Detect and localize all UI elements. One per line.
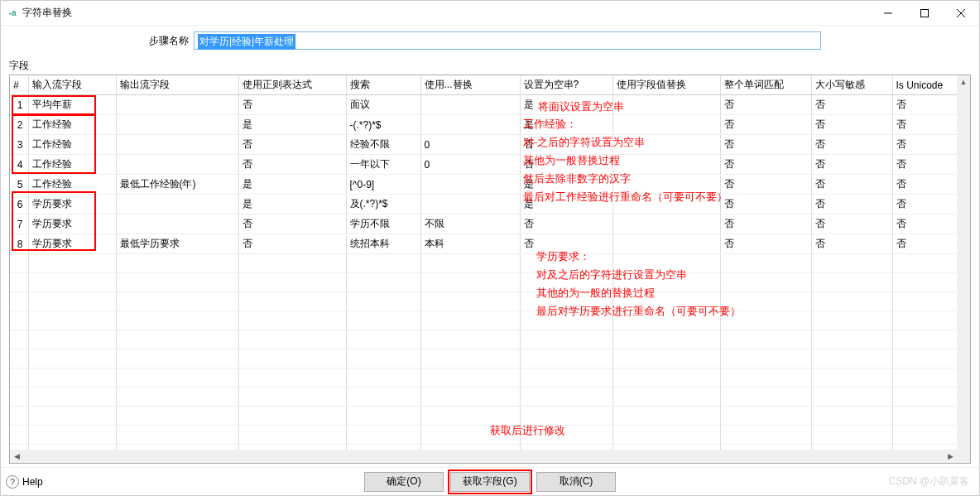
- help-button[interactable]: ? Help: [6, 475, 43, 489]
- table-row-empty[interactable]: [10, 349, 971, 368]
- table-row-empty[interactable]: [10, 292, 971, 311]
- table-row[interactable]: 7学历要求否学历不限不限否否否否: [10, 214, 971, 234]
- cell-out[interactable]: [116, 135, 238, 155]
- scroll-up-icon[interactable]: ▲: [957, 75, 970, 89]
- cell-repl[interactable]: 不限: [420, 214, 520, 234]
- cell-n[interactable]: 6: [10, 195, 28, 214]
- table-row-empty[interactable]: [10, 464, 971, 465]
- cell-fieldrepl[interactable]: [612, 155, 720, 175]
- cell-search[interactable]: [^0-9]: [346, 175, 420, 195]
- scrollbar-horizontal[interactable]: ◀ ▶: [10, 450, 957, 463]
- step-name-input[interactable]: 对学历|经验|年薪处理: [194, 31, 821, 50]
- col-search[interactable]: 搜索: [346, 75, 420, 95]
- table-row[interactable]: 6学历要求是及(.*?)*$是否否否: [10, 195, 971, 214]
- table-row-empty[interactable]: [10, 388, 971, 407]
- cell-repl[interactable]: [420, 195, 520, 214]
- table-row[interactable]: 3工作经验否经验不限0否否否否: [10, 135, 971, 155]
- col-fieldrepl[interactable]: 使用字段值替换: [612, 75, 720, 95]
- cell-word[interactable]: 否: [720, 195, 811, 214]
- cell-n[interactable]: 4: [10, 155, 28, 175]
- cell-empty[interactable]: 否: [520, 214, 612, 234]
- table-row[interactable]: 8学历要求最低学历要求否统招本科本科否否否否: [10, 234, 971, 254]
- cell-empty[interactable]: 是: [520, 95, 612, 115]
- close-button[interactable]: [943, 1, 979, 26]
- cell-out[interactable]: 最低学历要求: [116, 234, 238, 254]
- cell-n[interactable]: 1: [10, 95, 28, 115]
- table-row[interactable]: 5工作经验最低工作经验(年)是[^0-9]是否否否: [10, 175, 971, 195]
- cell-in[interactable]: 平均年薪: [28, 95, 116, 115]
- cell-repl[interactable]: 本科: [420, 234, 520, 254]
- table-row[interactable]: 2工作经验是-(.*?)*$是否否否: [10, 115, 971, 135]
- table-row-empty[interactable]: [10, 407, 971, 426]
- minimize-button[interactable]: [870, 1, 906, 26]
- cell-case[interactable]: 否: [811, 214, 892, 234]
- cell-search[interactable]: 学历不限: [346, 214, 420, 234]
- cell-search[interactable]: 面议: [346, 95, 420, 115]
- table-row-empty[interactable]: [10, 330, 971, 349]
- cell-in[interactable]: 工作经验: [28, 175, 116, 195]
- cell-regex[interactable]: 否: [238, 95, 346, 115]
- cell-word[interactable]: 否: [720, 135, 811, 155]
- cell-case[interactable]: 否: [811, 175, 892, 195]
- cell-n[interactable]: 5: [10, 175, 28, 195]
- cell-word[interactable]: 否: [720, 175, 811, 195]
- cell-case[interactable]: 否: [811, 195, 892, 214]
- col-out[interactable]: 输出流字段: [116, 75, 238, 95]
- maximize-button[interactable]: [906, 1, 943, 26]
- scrollbar-vertical[interactable]: ▲: [957, 75, 970, 463]
- cell-regex[interactable]: 否: [238, 214, 346, 234]
- table-row[interactable]: 4工作经验否一年以下0否否否否: [10, 155, 971, 175]
- cell-fieldrepl[interactable]: [612, 214, 720, 234]
- cancel-button[interactable]: 取消(C): [536, 472, 616, 492]
- cell-empty[interactable]: 否: [520, 135, 612, 155]
- table-row-empty[interactable]: [10, 254, 971, 273]
- cell-fieldrepl[interactable]: [612, 95, 720, 115]
- cell-regex[interactable]: 否: [238, 135, 346, 155]
- scroll-right-icon[interactable]: ▶: [944, 450, 957, 463]
- cell-empty[interactable]: 是: [520, 195, 612, 214]
- cell-word[interactable]: 否: [720, 155, 811, 175]
- scroll-left-icon[interactable]: ◀: [10, 450, 23, 463]
- get-fields-button[interactable]: 获取字段(G): [450, 472, 530, 492]
- cell-out[interactable]: 最低工作经验(年): [116, 175, 238, 195]
- cell-fieldrepl[interactable]: [612, 135, 720, 155]
- cell-in[interactable]: 学历要求: [28, 214, 116, 234]
- col-in[interactable]: 输入流字段: [28, 75, 116, 95]
- cell-word[interactable]: 否: [720, 234, 811, 254]
- cell-search[interactable]: -(.*?)*$: [346, 115, 420, 135]
- cell-regex[interactable]: 是: [238, 175, 346, 195]
- table-row-empty[interactable]: [10, 273, 971, 292]
- cell-empty[interactable]: 是: [520, 175, 612, 195]
- cell-fieldrepl[interactable]: [612, 234, 720, 254]
- cell-out[interactable]: [116, 214, 238, 234]
- cell-repl[interactable]: [420, 115, 520, 135]
- cell-word[interactable]: 否: [720, 95, 811, 115]
- cell-search[interactable]: 及(.*?)*$: [346, 195, 420, 214]
- cell-repl[interactable]: [420, 175, 520, 195]
- col-regex[interactable]: 使用正则表达式: [238, 75, 346, 95]
- cell-in[interactable]: 工作经验: [28, 115, 116, 135]
- cell-empty[interactable]: 是: [520, 115, 612, 135]
- table-row[interactable]: 1平均年薪否面议是否否否: [10, 95, 971, 115]
- cell-n[interactable]: 7: [10, 214, 28, 234]
- table-row-empty[interactable]: [10, 311, 971, 330]
- cell-regex[interactable]: 否: [238, 155, 346, 175]
- col-word[interactable]: 整个单词匹配: [720, 75, 811, 95]
- cell-fieldrepl[interactable]: [612, 175, 720, 195]
- cell-case[interactable]: 否: [811, 135, 892, 155]
- cell-n[interactable]: 2: [10, 115, 28, 135]
- cell-regex[interactable]: 是: [238, 195, 346, 214]
- cell-case[interactable]: 否: [811, 155, 892, 175]
- cell-search[interactable]: 经验不限: [346, 135, 420, 155]
- cell-word[interactable]: 否: [720, 214, 811, 234]
- cell-n[interactable]: 3: [10, 135, 28, 155]
- cell-regex[interactable]: 否: [238, 234, 346, 254]
- col-replace[interactable]: 使用...替换: [420, 75, 520, 95]
- cell-regex[interactable]: 是: [238, 115, 346, 135]
- cell-fieldrepl[interactable]: [612, 195, 720, 214]
- cell-empty[interactable]: 否: [520, 155, 612, 175]
- cell-repl[interactable]: [420, 95, 520, 115]
- cell-in[interactable]: 工作经验: [28, 155, 116, 175]
- cell-case[interactable]: 否: [811, 234, 892, 254]
- cell-out[interactable]: [116, 115, 238, 135]
